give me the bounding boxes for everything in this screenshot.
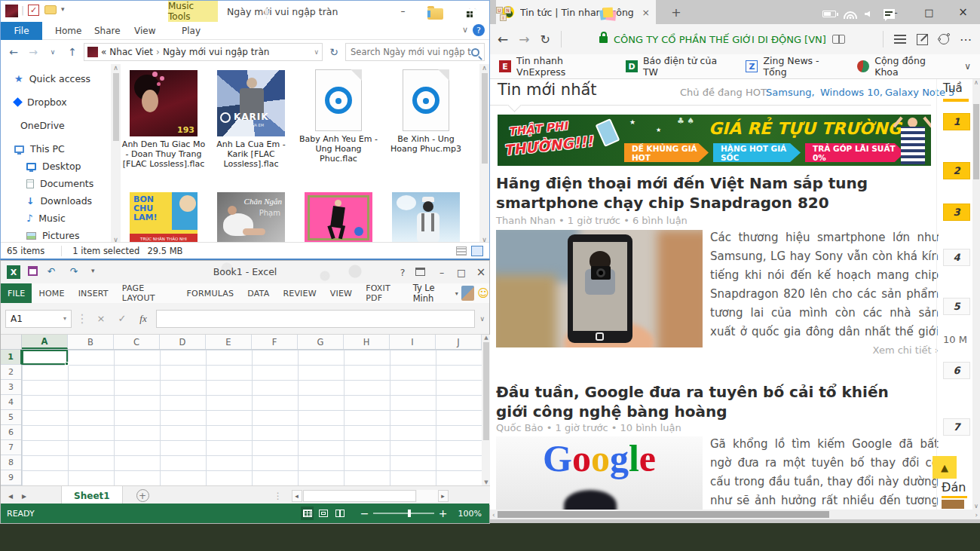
sidebar-item-documents[interactable]: Documents [1, 175, 111, 192]
excel-tab-insert[interactable]: INSERT [72, 289, 115, 298]
forward-icon[interactable]: → [25, 44, 41, 60]
sheet-prev-icon[interactable]: ◂ [8, 491, 13, 501]
scroll-down-icon[interactable]: ▼ [484, 479, 488, 485]
explorer-tab-file[interactable]: File [1, 22, 42, 40]
scrollbar-thumb[interactable] [973, 104, 979, 179]
rank-badge-3[interactable]: 3 [943, 204, 970, 221]
explorer-tab-play[interactable]: Play [173, 22, 210, 40]
new-tab-icon[interactable]: + [665, 0, 688, 24]
sidebar-item-dropbox[interactable]: Dropbox [1, 93, 111, 111]
scroll-up-icon[interactable]: ∧ [974, 79, 978, 86]
breadcrumb-current[interactable]: Ngày mới vui ngập tràn [163, 47, 270, 57]
article2-image[interactable]: Google [496, 436, 703, 510]
user-dropdown-icon[interactable]: ▾ [455, 290, 458, 297]
explorer-search-box[interactable] [345, 43, 485, 61]
scroll-right-icon[interactable]: › [975, 511, 978, 519]
wifi-icon[interactable] [844, 10, 857, 19]
row-header[interactable]: 4 [1, 395, 21, 410]
page-layout-view-icon[interactable] [317, 507, 330, 520]
formula-expand-icon[interactable]: ∨ [479, 315, 485, 323]
action-center-icon[interactable] [884, 9, 895, 19]
hscroll-left-icon[interactable]: ◂ [292, 490, 302, 502]
zoom-in-icon[interactable]: + [439, 507, 448, 519]
row-header[interactable]: 8 [1, 455, 21, 470]
column-header[interactable]: H [344, 335, 390, 349]
back-to-top-button[interactable]: ▲ [933, 456, 957, 479]
hscroll-thumb[interactable] [303, 490, 416, 502]
explorer-tab-share[interactable]: Share [85, 22, 130, 40]
column-header[interactable]: A [22, 335, 68, 349]
explorer-help-icon[interactable]: ? [473, 24, 485, 36]
ribbon-display-options-icon[interactable] [415, 268, 425, 276]
ribbon-expand-icon[interactable]: ∨ [462, 25, 468, 35]
sidebar-item-quick-access[interactable]: ★Quick access [1, 70, 111, 87]
scrollbar-thumb[interactable] [498, 511, 829, 518]
browser-tab[interactable]: Tin tức | Tin nhanh công × [496, 0, 656, 24]
cancel-icon[interactable]: × [93, 313, 109, 324]
edge-maximize-button[interactable]: □ [912, 0, 946, 24]
details-view-icon[interactable] [456, 246, 467, 256]
search-icon[interactable] [471, 48, 479, 57]
file-area-scrollbar[interactable]: ∧ ∨ [479, 64, 489, 243]
rank-badge-5[interactable]: 5 [943, 298, 970, 315]
sidebar-item-downloads[interactable]: ↓Downloads [1, 192, 111, 210]
scroll-up-icon[interactable]: ∧ [482, 64, 487, 72]
active-cell-a1[interactable] [22, 350, 68, 365]
column-header[interactable]: J [436, 335, 482, 349]
splitter-dots[interactable]: ⋮ [274, 491, 283, 501]
favorite-zing-news[interactable]: ZZing News - Tổng [746, 55, 838, 78]
thumbnail-view-icon[interactable] [471, 246, 483, 256]
microphone-icon[interactable] [262, 8, 271, 20]
rank-badge-7[interactable]: 7 [943, 418, 970, 436]
hub-icon[interactable] [894, 36, 906, 42]
address-bar[interactable]: « Nhac Viet › Ngày mới vui ngập tràn ∨ [84, 43, 323, 61]
name-box-dropdown-icon[interactable]: ▾ [63, 315, 66, 322]
spreadsheet-grid[interactable] [22, 350, 482, 485]
scrollbar-thumb[interactable] [113, 73, 119, 141]
row-header[interactable]: 2 [1, 365, 21, 380]
hscroll-right-icon[interactable]: ▸ [438, 490, 449, 502]
sidebar-item-this-pc[interactable]: This PC [1, 140, 111, 158]
formula-bar-input[interactable] [156, 310, 475, 328]
rank-badge-6[interactable]: 6 [943, 362, 970, 379]
favorite-bao-dien-tu[interactable]: DBáo điện tử của TW [626, 55, 727, 78]
zoom-slider-thumb[interactable] [408, 510, 411, 517]
address-dropdown-icon[interactable]: ∨ [314, 48, 319, 56]
file-item-cover[interactable]: Chân Ngắn Phạm [217, 192, 285, 243]
column-header[interactable]: G [298, 335, 344, 349]
excel-tab-file[interactable]: FILE [1, 283, 32, 303]
avatar[interactable] [461, 286, 475, 301]
breadcrumb-root[interactable]: Nhac Viet [109, 47, 153, 57]
breadcrumb-left-icon[interactable]: « [101, 47, 106, 57]
qat-new-folder-icon[interactable] [44, 5, 57, 14]
edge-horizontal-scrollbar[interactable]: ‹ › [490, 510, 980, 519]
edge-close-button[interactable]: × [946, 0, 980, 24]
refresh-icon[interactable]: ↻ [326, 44, 342, 60]
file-item[interactable]: KARIK ANH LÀ CỦA EM Anh La Cua Em - Kari… [209, 67, 293, 169]
qat-properties-icon[interactable]: ✓ [28, 5, 39, 16]
hot-link-windows10[interactable]: Windows 10, [820, 87, 883, 98]
normal-view-icon[interactable] [301, 507, 314, 520]
row-header[interactable]: 6 [1, 425, 21, 440]
reading-view-icon[interactable] [832, 35, 845, 44]
excel-tab-review[interactable]: REVIEW [276, 289, 323, 298]
explorer-tab-view[interactable]: View [125, 22, 164, 40]
zoom-out-icon[interactable]: − [360, 507, 369, 519]
row-header[interactable]: 1 [1, 350, 22, 365]
name-box[interactable]: A1▾ [5, 310, 72, 328]
excel-tab-home[interactable]: HOME [32, 289, 71, 298]
rank-badge-2[interactable]: 2 [943, 162, 970, 179]
explorer-minimize-button[interactable]: – [386, 1, 420, 22]
excel-tab-formulas[interactable]: FORMULAS [180, 289, 241, 298]
music-tools-contextual-tab[interactable]: Music Tools [168, 1, 218, 22]
zoom-level[interactable]: 100% [458, 509, 482, 519]
file-item-cover[interactable] [305, 192, 372, 243]
file-item[interactable]: Baby Anh Yeu Em - Ung Hoang Phuc.flac [296, 67, 381, 164]
scroll-left-icon[interactable]: ‹ [492, 511, 495, 519]
more-actions-icon[interactable]: ⋯ [960, 32, 972, 47]
page-break-view-icon[interactable] [333, 507, 347, 520]
file-item[interactable]: Be Xinh - Ung Hoang Phuc.mp3 [384, 67, 468, 154]
file-item[interactable]: 193 Anh Den Tu Giac Mo - Doan Thuy Trang… [121, 67, 206, 169]
file-item-cover[interactable]: BON CHU LAM! TRÚC NHÂN THẢO NHI [130, 192, 198, 243]
hot-link-samsung[interactable]: Samsung, [766, 87, 815, 98]
